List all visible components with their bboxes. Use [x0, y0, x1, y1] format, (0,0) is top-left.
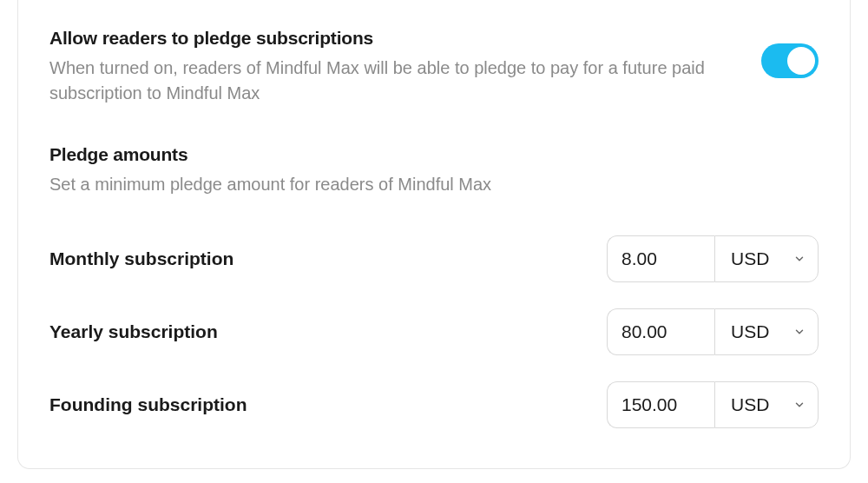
founding-amount-input[interactable] [607, 381, 714, 428]
founding-subscription-label: Founding subscription [49, 394, 247, 415]
chevron-down-icon [793, 399, 806, 411]
yearly-amount-input[interactable] [607, 308, 714, 355]
allow-pledge-section: Allow readers to pledge subscriptions Wh… [49, 28, 819, 106]
pledge-amounts-title: Pledge amounts [49, 144, 819, 165]
monthly-currency-value: USD [731, 248, 769, 269]
chevron-down-icon [793, 326, 806, 338]
pledge-amounts-section: Pledge amounts Set a minimum pledge amou… [49, 144, 819, 197]
yearly-subscription-label: Yearly subscription [49, 321, 218, 342]
founding-price-controls: USD [607, 381, 819, 428]
price-rows: Monthly subscription USD Yearly subscrip… [49, 235, 819, 428]
allow-pledge-title: Allow readers to pledge subscriptions [49, 28, 709, 49]
founding-subscription-row: Founding subscription USD [49, 381, 819, 428]
monthly-currency-select[interactable]: USD [714, 235, 819, 282]
chevron-down-icon [793, 253, 806, 265]
yearly-currency-value: USD [731, 321, 769, 342]
monthly-subscription-row: Monthly subscription USD [49, 235, 819, 282]
yearly-subscription-row: Yearly subscription USD [49, 308, 819, 355]
allow-pledge-description: When turned on, readers of Mindful Max w… [49, 56, 709, 106]
founding-currency-select[interactable]: USD [714, 381, 819, 428]
allow-pledge-toggle[interactable] [761, 43, 819, 78]
toggle-knob [787, 47, 815, 75]
allow-pledge-text: Allow readers to pledge subscriptions Wh… [49, 28, 709, 106]
founding-currency-value: USD [731, 394, 769, 415]
yearly-currency-select[interactable]: USD [714, 308, 819, 355]
yearly-price-controls: USD [607, 308, 819, 355]
monthly-price-controls: USD [607, 235, 819, 282]
monthly-subscription-label: Monthly subscription [49, 248, 233, 269]
monthly-amount-input[interactable] [607, 235, 714, 282]
settings-card: Allow readers to pledge subscriptions Wh… [17, 0, 851, 469]
pledge-amounts-description: Set a minimum pledge amount for readers … [49, 172, 709, 197]
